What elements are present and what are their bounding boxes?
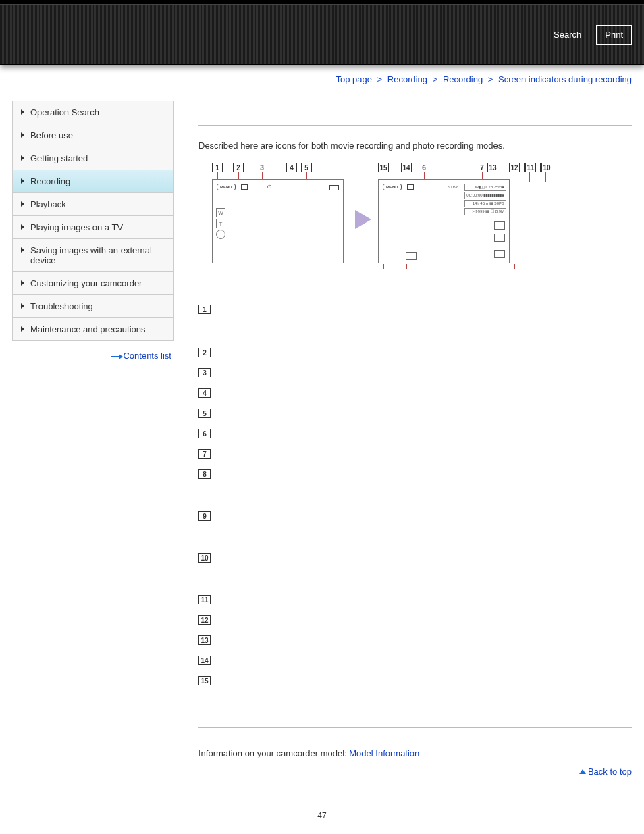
chevron-right-icon: [21, 326, 24, 332]
back-to-top-area: Back to top: [198, 766, 632, 777]
callout-line: [531, 264, 531, 269]
list-num: 8: [198, 469, 211, 479]
search-button[interactable]: Search: [545, 26, 589, 44]
record-button-icon: [216, 230, 225, 239]
page-number: 47: [0, 804, 644, 834]
sidebar-item-recording[interactable]: Recording: [13, 170, 173, 193]
chevron-right-icon: [21, 303, 24, 309]
callout-num: 13: [487, 163, 498, 172]
wind-noise-icon: [494, 234, 505, 242]
header-band: Search Print: [0, 4, 644, 65]
chevron-right-icon: [21, 132, 24, 138]
sidebar-item-playing-on-tv[interactable]: Playing images on a TV: [13, 216, 173, 239]
callout-num: 4: [286, 163, 297, 172]
list-num: 7: [198, 449, 211, 459]
callout-num: 10: [541, 163, 552, 172]
sidebar-item-label: Before use: [30, 130, 73, 140]
chevron-right-icon: [21, 155, 24, 161]
breadcrumb-link-3[interactable]: Screen indicators during recording: [498, 74, 632, 84]
screen-photo-mode: MENU STBY W▮▯▯T 2h 25m◙ 00:00:00 ▮▮▮▮▮▮▮…: [378, 179, 510, 263]
list-item: 3: [198, 368, 632, 379]
list-num: 10: [198, 553, 211, 563]
list-item: 1: [198, 305, 632, 315]
back-to-top-link[interactable]: Back to top: [588, 766, 632, 777]
breadcrumb-sep: >: [430, 74, 441, 84]
callout-num: 7: [477, 163, 487, 172]
print-button[interactable]: Print: [596, 25, 632, 45]
breadcrumb: Top page > Recording > Recording > Scree…: [0, 65, 644, 87]
breadcrumb-link-2[interactable]: Recording: [443, 74, 483, 84]
sidebar-item-label: Recording: [30, 176, 70, 186]
info-row: 00:00:00 ▮▮▮▮▮▮▮▮▮◙: [464, 192, 506, 199]
callout-num: 5: [301, 163, 312, 172]
arrow-right-icon: [111, 356, 120, 357]
breadcrumb-link-1[interactable]: Recording: [387, 74, 427, 84]
camera-icon: [241, 184, 248, 190]
list-num: 12: [198, 615, 211, 625]
callout-line: [493, 264, 493, 269]
sidebar-item-label: Customizing your camcorder: [30, 278, 142, 288]
screen-indicator-diagram: 1 2 3 4 5 6 7 8 9 15 14 13 12 11 10: [198, 163, 556, 291]
chevron-right-icon: [21, 109, 24, 115]
chevron-right-icon: [21, 280, 24, 286]
list-num: 1: [198, 305, 211, 314]
callout-num: 3: [257, 163, 267, 172]
sidebar-item-label: Operation Search: [30, 107, 99, 118]
callout-num: 1: [212, 163, 223, 172]
menu-icon: MENU: [383, 184, 402, 190]
sidebar-item-customizing[interactable]: Customizing your camcorder: [13, 272, 173, 295]
list-item: 7: [198, 449, 632, 460]
sidebar-item-playback[interactable]: Playback: [13, 193, 173, 216]
list-num: 2: [198, 348, 211, 357]
sidebar-item-getting-started[interactable]: Getting started: [13, 147, 173, 170]
callout-line: [545, 172, 546, 182]
callout-line: [529, 172, 530, 182]
callout-num: 15: [378, 163, 389, 172]
callout-line: [383, 264, 384, 269]
list-item: 5: [198, 409, 632, 419]
callout-num: 2: [233, 163, 244, 172]
camera-icon: [407, 184, 414, 190]
sidebar-item-troubleshooting[interactable]: Troubleshooting: [13, 295, 173, 318]
sidebar-item-operation-search[interactable]: Operation Search: [13, 101, 173, 124]
list-num: 4: [198, 388, 211, 398]
list-item: 10: [198, 553, 632, 564]
chevron-right-icon: [21, 178, 24, 184]
list-item: 2: [198, 348, 632, 359]
list-num: 3: [198, 368, 211, 377]
list-num: 15: [198, 676, 211, 685]
list-item: 4: [198, 388, 632, 399]
menu-icon: MENU: [217, 184, 236, 190]
sidebar-item-label: Saving images with an external device: [30, 245, 152, 265]
callout-num: 11: [525, 163, 536, 172]
list-item: 12: [198, 615, 632, 626]
breadcrumb-link-0[interactable]: Top page: [336, 74, 372, 84]
sidebar-nav: Operation Search Before use Getting star…: [12, 101, 174, 341]
list-num: 5: [198, 409, 211, 418]
sidebar-item-saving-external[interactable]: Saving images with an external device: [13, 239, 173, 272]
list-item: 9: [198, 511, 632, 522]
sidebar-item-label: Maintenance and precautions: [30, 324, 146, 334]
standby-label: STBY: [448, 185, 458, 189]
screen-movie-mode: MENU ⏱ W T: [212, 179, 344, 263]
list-num: 9: [198, 511, 211, 521]
callout-num: 14: [401, 163, 412, 172]
list-item: 8: [198, 469, 632, 480]
sidebar-item-before-use[interactable]: Before use: [13, 124, 173, 147]
sidebar-item-label: Troubleshooting: [30, 301, 93, 311]
callout-line: [406, 264, 407, 269]
model-info-link[interactable]: Model Information: [349, 748, 419, 758]
horizontal-rule: [198, 727, 632, 728]
horizontal-rule: [198, 125, 632, 126]
info-row: 14h 46m ▦ 50PS: [464, 200, 506, 207]
zoom-t-button: T: [216, 219, 225, 228]
mic-off-icon: [494, 221, 505, 230]
contents-list-link[interactable]: Contents list: [123, 350, 171, 361]
sidebar-item-label: Getting started: [30, 153, 88, 163]
sidebar: Operation Search Before use Getting star…: [12, 101, 174, 777]
list-item: 6: [198, 429, 632, 440]
intro-text: Described here are icons for both movie …: [198, 140, 632, 151]
contents-list-area: Contents list: [12, 341, 174, 361]
list-item: 15: [198, 676, 632, 687]
sidebar-item-maintenance[interactable]: Maintenance and precautions: [13, 318, 173, 341]
